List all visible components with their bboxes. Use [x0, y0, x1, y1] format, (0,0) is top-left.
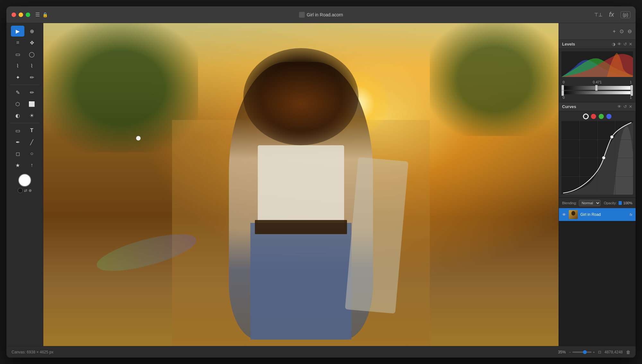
pencil-tool[interactable]: ✏: [25, 87, 39, 98]
tool-row-10: ✒ ╱: [11, 137, 39, 148]
levels-delete-icon[interactable]: ✕: [629, 42, 632, 47]
line-tool[interactable]: ╱: [25, 137, 39, 148]
svg-point-1: [610, 135, 613, 139]
curves-green-channel[interactable]: [599, 114, 604, 119]
zoom-in-icon[interactable]: ⊕: [29, 188, 32, 193]
orbit-icon[interactable]: ⊙: [620, 28, 624, 34]
tool-row-9: ▭ T: [11, 125, 39, 136]
color-area: ⇄ ⊕: [18, 174, 32, 193]
curves-graph[interactable]: [561, 121, 633, 195]
magic-wand-tool[interactable]: ✦: [11, 72, 24, 83]
star-tool[interactable]: ★: [11, 160, 24, 171]
tool-row-2: ⌗ ✥: [11, 37, 39, 48]
rect-shape-tool[interactable]: ▭: [11, 125, 24, 136]
levels-eye-icon[interactable]: 👁: [617, 42, 621, 47]
title-center: Girl in Road.acorn: [299, 12, 343, 18]
left-toolbar: ▶ ⊕ ⌗ ✥ ▭ ◯ ⌇ ⌇ ✦ ✏ ✎ ✏: [6, 23, 43, 346]
levels-midpoint[interactable]: [595, 85, 598, 91]
curves-header: Curves 👁 ↺ ✕: [559, 102, 636, 111]
canvas-area[interactable]: [43, 23, 559, 346]
svg-point-0: [602, 156, 605, 159]
layer-name-label: Girl in Road: [580, 212, 627, 217]
add-filter-icon[interactable]: +: [613, 29, 616, 34]
zoom-slider[interactable]: [572, 351, 592, 353]
zoom-slider-thumb[interactable]: [583, 350, 587, 354]
levels-section: Levels ◑ 👁 ↺ ✕: [559, 40, 636, 102]
layer-visibility-toggle[interactable]: 👁: [562, 212, 566, 217]
curves-blue-channel[interactable]: [606, 114, 612, 119]
levels-input-track[interactable]: [561, 86, 633, 90]
curves-section: Curves 👁 ↺ ✕: [559, 102, 636, 198]
right-top-bar: + ⊙ ⊖: [559, 23, 636, 40]
swap-colors-icon[interactable]: ⇄: [24, 188, 27, 193]
curves-delete-icon[interactable]: ✕: [629, 104, 632, 109]
eyedropper-tool[interactable]: ✏: [25, 72, 39, 83]
zoom-tool[interactable]: ⊕: [25, 26, 39, 37]
levels-half-icon[interactable]: ◑: [612, 42, 615, 47]
title-bar: ☰ 🔒 Girl in Road.acorn ⊤⊥ fx (p): [6, 6, 636, 23]
title-bar-right: ⊤⊥ fx (p): [594, 11, 630, 18]
background-color[interactable]: [18, 188, 23, 193]
levels-output-track[interactable]: [561, 91, 633, 94]
text-tool[interactable]: T: [25, 125, 39, 136]
burn-tool[interactable]: ☀: [25, 110, 39, 121]
rect-select-tool[interactable]: ▭: [11, 49, 24, 60]
minimize-button[interactable]: [19, 13, 23, 17]
arrow-shape-tool[interactable]: ↑: [25, 160, 39, 171]
dodge-tool[interactable]: ◐: [11, 110, 24, 121]
tool-row-12: ★ ↑: [11, 160, 39, 171]
tool-row-7: ⬡ ⬜: [11, 98, 39, 109]
ellipse-select-tool[interactable]: ◯: [25, 49, 39, 60]
poly-lasso-tool[interactable]: ⌇: [25, 60, 39, 71]
rect-draw-tool[interactable]: ◻: [11, 148, 24, 159]
p-toolbar-button[interactable]: (p): [620, 11, 630, 18]
status-bar: Canvas: 6938 × 4625 px 35% − + ⊡ 4878,42…: [6, 346, 636, 358]
fx-toolbar-button[interactable]: fx: [609, 11, 614, 18]
tool-row-1: ▶ ⊕: [11, 26, 39, 37]
foreground-color[interactable]: [18, 174, 31, 187]
curves-red-channel[interactable]: [591, 114, 596, 119]
curves-reset-icon[interactable]: ↺: [623, 104, 627, 109]
crop-tool[interactable]: ⌗: [11, 37, 24, 48]
levels-header: Levels ◑ 👁 ↺ ✕: [559, 40, 636, 49]
eraser-tool[interactable]: ⬜: [25, 98, 39, 109]
levels-output-black[interactable]: [561, 90, 564, 96]
levels-sliders: 0 0.471 1 0 1: [559, 80, 636, 102]
curves-eye-icon[interactable]: 👁: [617, 104, 621, 109]
tool-divider-1: [10, 85, 39, 85]
fit-icon[interactable]: ⊡: [598, 350, 601, 354]
levels-section-icons: ◑ 👁 ↺ ✕: [612, 42, 632, 47]
levels-reset-icon[interactable]: ↺: [623, 42, 627, 47]
paint-bucket-tool[interactable]: ⬡: [11, 98, 24, 109]
remove-icon[interactable]: ⊖: [628, 28, 632, 34]
arrow-tool[interactable]: ▶: [11, 26, 24, 37]
layer-fx-icon[interactable]: fx: [629, 213, 632, 216]
levels-output-white[interactable]: [630, 90, 633, 96]
tools-toolbar-icon[interactable]: ⊤⊥: [594, 12, 603, 18]
curves-white-channel[interactable]: [583, 114, 588, 119]
close-button[interactable]: [12, 13, 16, 17]
lasso-tool[interactable]: ⌇: [11, 60, 24, 71]
main-content: ▶ ⊕ ⌗ ✥ ▭ ◯ ⌇ ⌇ ✦ ✏ ✎ ✏: [6, 23, 636, 346]
move-tool[interactable]: ✥: [25, 37, 39, 48]
opacity-label: Opacity:: [604, 201, 617, 205]
levels-output-values: 0 1: [561, 96, 633, 101]
zoom-out-status-icon[interactable]: −: [569, 350, 571, 354]
levels-input-values: 0 0.471 1: [561, 80, 633, 85]
photo-canvas: [43, 23, 559, 346]
status-trash-icon[interactable]: 🗑: [626, 350, 630, 355]
maximize-button[interactable]: [26, 13, 30, 17]
ellipse-draw-tool[interactable]: ○: [25, 148, 39, 159]
blending-row: Blending: Normal Multiply Screen Overlay…: [559, 198, 636, 208]
coordinates-display: 4878,4248: [604, 350, 623, 354]
histogram-svg: [561, 51, 633, 77]
opacity-slider[interactable]: [619, 202, 621, 204]
blending-mode-select[interactable]: Normal Multiply Screen Overlay: [579, 200, 601, 206]
sidebar-toggle[interactable]: ☰: [35, 12, 40, 18]
zoom-in-status-icon[interactable]: +: [593, 350, 595, 354]
levels-title: Levels: [562, 42, 612, 47]
brush-tool[interactable]: ✎: [11, 87, 24, 98]
lock-icon[interactable]: 🔒: [42, 12, 48, 17]
pen-tool[interactable]: ✒: [11, 137, 24, 148]
layer-row[interactable]: 👁 Girl in Road fx: [559, 208, 636, 221]
